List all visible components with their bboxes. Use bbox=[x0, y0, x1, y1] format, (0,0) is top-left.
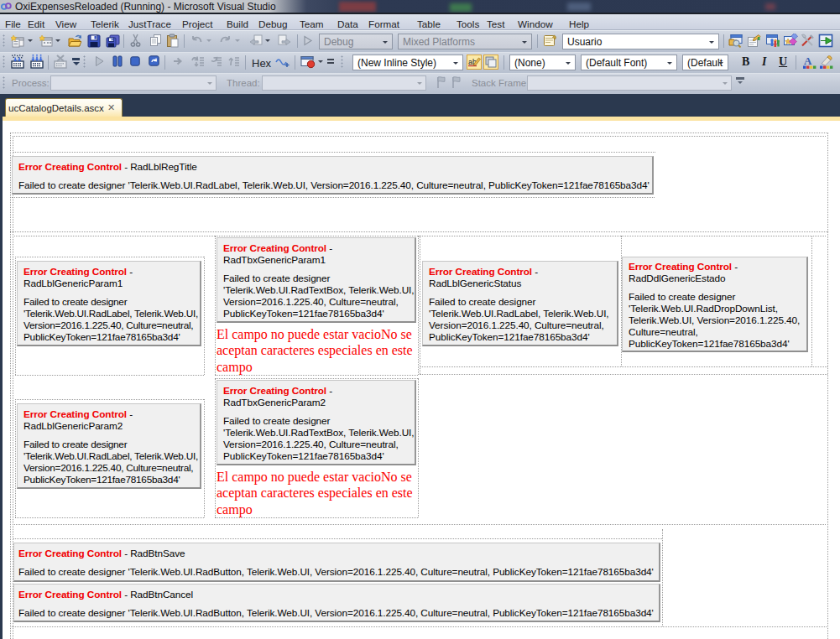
svg-text:A: A bbox=[804, 55, 812, 67]
